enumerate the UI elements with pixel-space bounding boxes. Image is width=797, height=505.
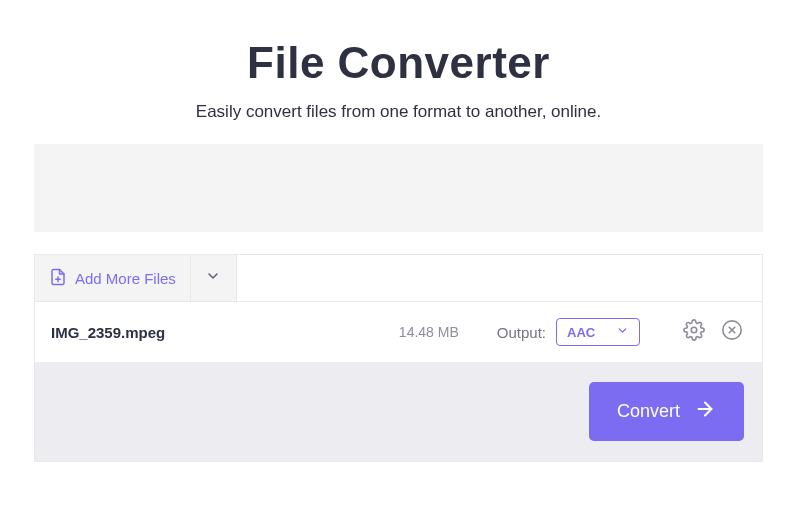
convert-button-label: Convert	[617, 401, 680, 422]
add-more-files-button[interactable]: Add More Files	[35, 255, 191, 301]
add-more-dropdown-button[interactable]	[191, 255, 237, 301]
file-plus-icon	[49, 268, 67, 289]
dropzone[interactable]	[34, 144, 763, 232]
chevron-down-icon	[205, 268, 221, 288]
gear-icon	[683, 319, 705, 345]
chevron-down-icon	[616, 324, 629, 340]
output-format-value: AAC	[567, 325, 595, 340]
settings-button[interactable]	[680, 318, 708, 346]
close-circle-icon	[721, 319, 743, 345]
files-panel: Add More Files IMG_2359.mpeg 14.48 MB Ou…	[34, 254, 763, 462]
file-size: 14.48 MB	[399, 324, 459, 340]
svg-point-2	[691, 327, 697, 333]
output-format-select[interactable]: AAC	[556, 318, 640, 346]
files-footer: Convert	[35, 362, 762, 461]
file-row: IMG_2359.mpeg 14.48 MB Output: AAC	[35, 302, 762, 362]
files-toolbar: Add More Files	[35, 255, 762, 302]
remove-file-button[interactable]	[718, 318, 746, 346]
convert-button[interactable]: Convert	[589, 382, 744, 441]
output-label: Output:	[497, 324, 546, 341]
page-subtitle: Easily convert files from one format to …	[0, 102, 797, 122]
page-title: File Converter	[0, 38, 797, 88]
file-name: IMG_2359.mpeg	[51, 324, 251, 341]
arrow-right-icon	[694, 398, 716, 425]
add-more-files-label: Add More Files	[75, 270, 176, 287]
